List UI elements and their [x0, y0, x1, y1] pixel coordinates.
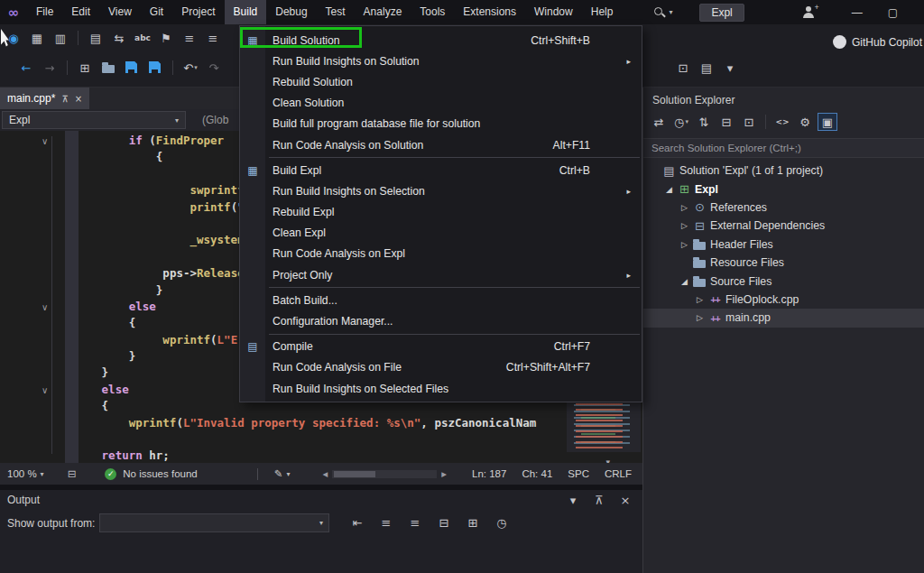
menu-item[interactable]: Batch Build... ▸: [240, 290, 642, 310]
scroll-right-icon[interactable]: ▸: [441, 467, 447, 480]
navigate-forward-icon[interactable]: → ▾: [40, 59, 60, 77]
quick-search[interactable]: ▾: [654, 7, 672, 18]
tree-item-label[interactable]: Solution 'Expl' (1 of 1 project): [679, 164, 823, 177]
bookmark-icon[interactable]: ⚑ ▾: [156, 29, 176, 47]
tree-item-label[interactable]: main.cpp: [725, 311, 771, 324]
menubar-item[interactable]: Window: [525, 0, 582, 24]
collapse-all-icon[interactable]: ⊟ ▾: [716, 113, 736, 131]
solution-explorer-search[interactable]: Search Solution Explorer (Ctrl+;): [643, 138, 924, 158]
horizontal-scrollbar[interactable]: ◂ ▸: [322, 467, 447, 480]
scroll-down-arrow-icon[interactable]: ▾: [605, 454, 610, 463]
fold-chevron-icon[interactable]: ∨: [42, 134, 54, 150]
menubar-item[interactable]: Debug: [266, 0, 316, 24]
spell-check-icon[interactable]: abc ▾: [133, 29, 152, 47]
expand-arrow-icon[interactable]: ▷: [678, 221, 691, 230]
project-dropdown[interactable]: Expl ▾: [2, 111, 186, 129]
tree-item-label[interactable]: FileOplock.cpp: [725, 293, 799, 306]
expand-arrow-icon[interactable]: ▷: [693, 295, 707, 304]
pin-icon[interactable]: ⊼: [593, 491, 605, 509]
new-project-icon[interactable]: ⊞ ▾: [75, 59, 95, 77]
view-code-icon[interactable]: <> ▾: [772, 113, 792, 131]
tree-item[interactable]: ▷ main.cpp: [643, 309, 924, 327]
menu-item[interactable]: ▸: [269, 332, 640, 335]
menubar-item[interactable]: File: [27, 0, 62, 24]
menubar-item[interactable]: View: [99, 0, 141, 24]
goto-source-icon[interactable]: ⊞: [466, 513, 480, 531]
collapse-lines-icon[interactable]: ⊟: [437, 513, 451, 531]
open-file-icon[interactable]: ▾: [98, 59, 118, 77]
menu-item[interactable]: Run Build Insights on Selection ▸: [240, 180, 642, 201]
scrollbar-track[interactable]: [332, 470, 437, 478]
menu-item[interactable]: Build full program database file for sol…: [240, 114, 642, 134]
menu-item[interactable]: Rebuild Expl ▸: [240, 202, 642, 223]
expand-arrow-icon[interactable]: ▷: [693, 313, 707, 322]
menu-item[interactable]: Clean Solution ▸: [240, 93, 642, 114]
fold-chevron-icon[interactable]: ∨: [42, 383, 54, 399]
document-health[interactable]: ✓ No issues found: [105, 468, 197, 480]
properties-icon[interactable]: ⚙ ▾: [795, 113, 815, 131]
tree-item[interactable]: ◢ Source Files: [643, 272, 924, 290]
sync-active-icon[interactable]: ⇅ ▾: [694, 113, 714, 131]
collapse-panel-icon[interactable]: ▾: [567, 491, 579, 509]
column-indicator[interactable]: Ch: 41: [522, 468, 552, 479]
show-all-files-icon[interactable]: ⊡ ▾: [739, 113, 759, 131]
history-icon[interactable]: ◷: [494, 513, 509, 531]
maximize-button[interactable]: ▢: [888, 6, 898, 19]
add-item-icon[interactable]: ▦ ▾: [27, 29, 47, 47]
menu-item[interactable]: Project Only ▸: [240, 264, 642, 285]
messages-icon[interactable]: ≡: [408, 513, 422, 531]
save-all-icon[interactable]: ▾: [145, 59, 165, 77]
menu-item[interactable]: Configuration Manager... ▸: [240, 310, 642, 331]
menu-item[interactable]: Build Expl Ctrl+B ▸: [240, 160, 642, 180]
menu-item[interactable]: Run Build Insights on Selected Files ▸: [240, 378, 642, 399]
scrollbar-thumb[interactable]: [334, 471, 375, 477]
redo-icon[interactable]: ↷ ▾: [204, 59, 224, 77]
github-copilot-badge[interactable]: GitHub Copilot: [833, 35, 922, 49]
filter-icon[interactable]: ◷ ▾: [671, 113, 691, 131]
code-cleanup-control[interactable]: ✎ ▾: [274, 467, 291, 480]
icon[interactable]: ▾: [67, 60, 68, 75]
layout-icon[interactable]: ▤: [697, 59, 716, 77]
tree-item[interactable]: Solution 'Expl' (1 of 1 project): [643, 162, 924, 180]
navigate-back-icon[interactable]: ← ▾: [16, 59, 36, 77]
icon[interactable]: ▾: [78, 31, 79, 45]
tree-item-label[interactable]: External Dependencies: [710, 219, 825, 232]
toolbar-overflow-icon[interactable]: ▾: [720, 59, 740, 77]
add-account-icon[interactable]: +: [802, 6, 816, 19]
new-file-icon[interactable]: ▤ ▾: [86, 29, 106, 47]
undo-icon[interactable]: ↶ ▾: [180, 59, 200, 77]
tree-item[interactable]: ▷ Header Files: [643, 236, 924, 254]
minimize-button[interactable]: —: [852, 6, 863, 19]
menu-item[interactable]: ▸: [269, 285, 640, 288]
menubar-item[interactable]: Edit: [62, 0, 99, 24]
tree-item[interactable]: ▷ References: [643, 199, 924, 217]
menu-item[interactable]: Run Code Analysis on Solution Alt+F11 ▸: [240, 134, 642, 155]
pin-icon[interactable]: ⊼: [61, 94, 68, 104]
compare-icon[interactable]: ⊡: [673, 59, 693, 77]
menu-item[interactable]: Run Code Analysis on Expl ▸: [240, 244, 642, 264]
preview-icon[interactable]: ▣ ▾: [818, 113, 837, 131]
tree-item[interactable]: ▷ FileOplock.cpp: [643, 291, 924, 309]
line-ending-indicator[interactable]: CRLF: [605, 468, 632, 479]
expand-arrow-icon[interactable]: ◢: [662, 185, 676, 194]
menubar-item[interactable]: Tools: [411, 0, 454, 24]
wrap-lines-icon[interactable]: ≡: [379, 513, 393, 531]
tree-item-label[interactable]: Resource Files: [710, 256, 784, 269]
menu-item[interactable]: Rebuild Solution ▸: [240, 71, 642, 92]
tree-item-label[interactable]: References: [710, 201, 767, 214]
menubar-item[interactable]: Project: [172, 0, 224, 24]
tree-item-label[interactable]: Expl: [695, 183, 718, 196]
scroll-left-icon[interactable]: ◂: [322, 467, 328, 480]
expand-arrow-icon[interactable]: ▷: [678, 203, 691, 212]
tree-item[interactable]: Resource Files: [643, 254, 924, 272]
menu-item[interactable]: Compile Ctrl+F7 ▸: [240, 337, 642, 357]
zoom-control[interactable]: 100 % ▾: [7, 468, 44, 479]
menu-item[interactable]: Clean Expl ▸: [240, 223, 642, 244]
document-indicator-icon[interactable]: ⊟: [68, 467, 77, 480]
outline-icon[interactable]: ≡ ▾: [180, 29, 199, 47]
scope-dropdown-value[interactable]: (Glob: [202, 114, 228, 126]
close-icon[interactable]: ×: [75, 94, 82, 104]
menubar-item[interactable]: Build: [225, 0, 267, 24]
members-list-icon[interactable]: ≡ ▾: [203, 29, 223, 47]
menubar-item[interactable]: Git: [141, 0, 172, 24]
